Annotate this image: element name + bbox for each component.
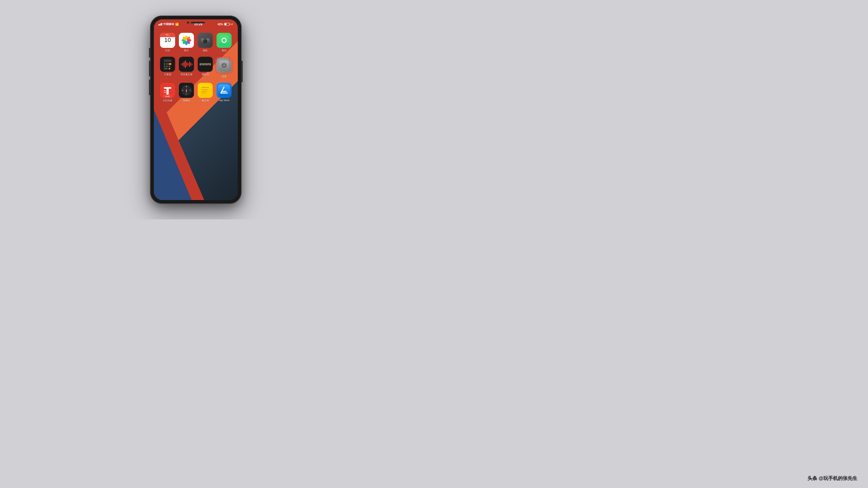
phone-screen: 中国移动 📶 15:29 42% ⚡ 周三 10 日历 (154, 19, 238, 200)
app-item-calendar[interactable]: 周三 10 日历 (158, 33, 177, 53)
volume-up-button[interactable] (149, 61, 150, 76)
find-label: 查找 (222, 49, 226, 53)
status-bar: 中国移动 📶 15:29 42% ⚡ (154, 19, 238, 29)
settings-label: 设置 (222, 75, 226, 78)
battery-percent: 42% (218, 23, 223, 26)
svg-rect-34 (188, 63, 189, 65)
notes-label: 备忘录 (202, 99, 209, 102)
svg-rect-61 (164, 92, 166, 93)
app-item-notes[interactable]: 备忘录 (196, 83, 215, 102)
notes-icon (198, 83, 213, 98)
app-item-toutiao[interactable]: 分10亿 今日头条 (158, 83, 177, 102)
signal-bar-3 (160, 23, 161, 26)
svg-rect-10 (204, 37, 207, 39)
svg-rect-50 (224, 67, 225, 68)
svg-rect-73 (202, 91, 207, 91)
toutiao-label: 今日头条 (163, 99, 173, 102)
voice-memo-label: 语音备忘录 (181, 73, 193, 76)
phone-shell: 中国移动 📶 15:29 42% ⚡ 周三 10 日历 (150, 15, 242, 204)
photos-icon (179, 33, 194, 48)
svg-rect-20 (164, 63, 165, 65)
toutiao-icon: 分10亿 (160, 83, 175, 98)
svg-rect-28 (169, 68, 170, 69)
svg-point-18 (224, 40, 225, 41)
settings-badge: 1 (229, 58, 231, 61)
svg-rect-25 (169, 66, 170, 67)
calendar-icon: 周三 10 (160, 33, 175, 48)
svg-rect-19 (164, 59, 171, 62)
svg-rect-51 (221, 65, 223, 66)
svg-point-14 (205, 40, 205, 41)
camera-app-icon (198, 33, 213, 48)
notch-area (187, 22, 205, 24)
svg-rect-70 (199, 85, 211, 96)
signal-bar-2 (159, 24, 160, 26)
signal-bar-1 (158, 25, 159, 26)
svg-rect-37 (192, 64, 193, 65)
svg-rect-35 (189, 62, 190, 67)
appstore-icon (217, 83, 231, 98)
calculator-icon (160, 57, 175, 72)
svg-rect-33 (186, 62, 187, 66)
svg-rect-31 (184, 62, 185, 67)
voice-memo-icon (179, 57, 194, 72)
svg-rect-27 (164, 68, 167, 69)
svg-rect-52 (225, 65, 227, 66)
svg-rect-58 (164, 87, 171, 89)
svg-text:W: W (182, 90, 183, 91)
app-item-camera[interactable]: 相机 (196, 33, 215, 53)
cal-date: 10 (164, 37, 171, 43)
charging-icon: ⚡ (230, 23, 234, 26)
svg-rect-72 (202, 89, 209, 90)
status-left: 中国移动 📶 (158, 22, 179, 26)
calculator-label: 计算器 (164, 73, 171, 76)
calendar-label: 日历 (165, 49, 170, 53)
svg-rect-29 (181, 64, 182, 65)
camera-label: 相机 (203, 49, 208, 53)
svg-rect-22 (169, 63, 171, 65)
speaker-grille (191, 22, 205, 23)
power-button[interactable] (242, 61, 243, 82)
app-item-calculator[interactable]: 计算器 (158, 57, 177, 78)
measure-icon (198, 57, 213, 72)
battery-icon (224, 23, 229, 26)
photos-label: 照片 (184, 49, 189, 53)
svg-rect-74 (202, 93, 206, 93)
app-item-photos[interactable]: 照片 (177, 33, 196, 53)
app-item-compass[interactable]: N E S W 指南针 (177, 83, 196, 102)
carrier-name: 中国移动 (163, 22, 174, 26)
app-item-voice-memo[interactable]: 语音备忘录 (177, 57, 196, 78)
svg-rect-78 (218, 85, 230, 96)
svg-rect-60 (164, 90, 166, 91)
app-item-settings[interactable]: 1 设置 (215, 57, 234, 78)
compass-label: 指南针 (183, 99, 190, 102)
appstore-label: App Store (219, 99, 229, 102)
compass-icon: N E S W (179, 83, 194, 98)
app-item-appstore[interactable]: App Store (215, 83, 234, 102)
svg-rect-49 (224, 63, 225, 64)
svg-rect-36 (190, 63, 191, 66)
measure-label: 测距仪 (202, 73, 209, 76)
status-right: 42% ⚡ (218, 23, 234, 26)
svg-rect-77 (202, 93, 209, 93)
settings-icon: 1 (217, 58, 231, 73)
find-icon (217, 33, 231, 48)
settings-highlight: 1 (215, 57, 232, 74)
battery-fill (225, 23, 226, 25)
svg-text:N: N (186, 86, 187, 87)
signal-bar-4 (161, 23, 162, 26)
svg-point-48 (223, 65, 225, 66)
svg-rect-24 (166, 66, 168, 67)
svg-rect-30 (182, 63, 183, 66)
app-grid: 周三 10 日历 (154, 30, 238, 105)
svg-point-69 (186, 90, 187, 91)
wifi-icon: 📶 (175, 23, 179, 26)
app-item-measure[interactable]: 测距仪 (196, 57, 215, 78)
svg-rect-21 (166, 63, 168, 65)
svg-rect-59 (166, 89, 169, 95)
volume-down-button[interactable] (149, 79, 150, 95)
front-camera (187, 22, 189, 24)
svg-rect-71 (202, 87, 209, 88)
app-item-find[interactable]: 查找 (215, 33, 234, 53)
svg-rect-32 (185, 61, 186, 68)
